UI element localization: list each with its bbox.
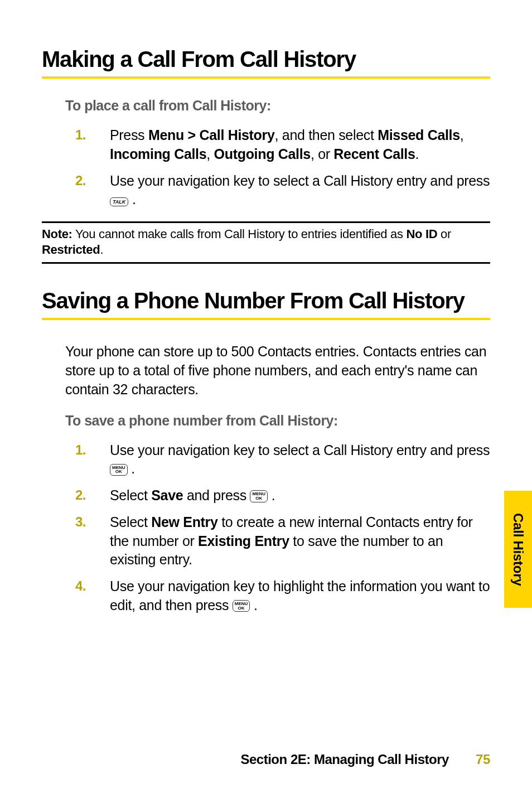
t: OK — [252, 496, 265, 501]
step-3: 3. Select New Entry to create a new inte… — [75, 513, 490, 569]
note-restricted: Restricted — [42, 243, 100, 257]
t: . — [100, 243, 103, 257]
opt-new-entry: New Entry — [151, 514, 217, 530]
t: . — [128, 461, 135, 476]
step-text: Use your navigation key to highlight the… — [110, 578, 490, 613]
t: . — [415, 146, 419, 162]
step-4: 4. Use your navigation key to highlight … — [75, 577, 490, 615]
opt-save: Save — [151, 487, 183, 503]
step-number: 2. — [75, 172, 86, 190]
heading-saving-number: Saving a Phone Number From Call History — [42, 288, 490, 313]
t: OK — [112, 470, 125, 474]
t: Select — [110, 514, 151, 530]
t: Press — [110, 127, 148, 143]
opt-existing-entry: Existing Entry — [198, 533, 289, 549]
steps-save-number: 1. Use your navigation key to select a C… — [42, 441, 490, 615]
step-1: 1. Press Menu > Call History, and then s… — [75, 126, 490, 164]
step-number: 3. — [75, 513, 86, 531]
subhead-save-number: To save a phone number from Call History… — [65, 413, 490, 429]
menu-ok-key-icon: MENUOK — [110, 464, 128, 476]
step-number: 4. — [75, 577, 86, 595]
section-side-tab: Call History — [504, 491, 532, 608]
step-number: 1. — [75, 126, 86, 144]
menu-path: Menu > Call History — [148, 127, 275, 143]
step-1: 1. Use your navigation key to select a C… — [75, 441, 490, 479]
footer-page-number: 75 — [476, 752, 490, 767]
t: Use your navigation key to select a Call… — [110, 173, 490, 188]
menu-ok-key-icon: MENUOK — [250, 490, 268, 502]
t: Use your navigation key to select a Call… — [110, 442, 490, 458]
opt-recent: Recent Calls — [333, 146, 415, 162]
t: Select — [110, 487, 151, 503]
t: and press — [183, 487, 250, 503]
intro-paragraph: Your phone can store up to 500 Contacts … — [65, 342, 490, 399]
t: , and then select — [275, 127, 378, 143]
opt-outgoing: Outgoing Calls — [214, 146, 311, 162]
t: or — [437, 227, 451, 241]
heading-underline — [42, 318, 490, 320]
step-text: Use your navigation key to select a Call… — [110, 173, 490, 207]
note-noid: No ID — [406, 227, 437, 241]
opt-missed: Missed Calls — [378, 127, 460, 143]
t: . — [250, 597, 257, 613]
note-block: Note: You cannot make calls from Call Hi… — [42, 226, 490, 258]
note-rule-bottom — [42, 262, 490, 264]
subhead-place-call: To place a call from Call History: — [65, 98, 490, 114]
t: , — [206, 146, 214, 162]
spacer — [42, 267, 490, 288]
t: Use your navigation key to highlight the… — [110, 578, 490, 613]
page-content: Making a Call From Call History To place… — [0, 0, 532, 615]
t: You cannot make calls from Call History … — [72, 227, 407, 241]
step-2: 2. Select Save and press MENUOK . — [75, 486, 490, 505]
step-2: 2. Use your navigation key to select a C… — [75, 172, 490, 210]
footer-section: Section 2E: Managing Call History — [240, 752, 449, 767]
note-rule-top — [42, 221, 490, 223]
step-text: Select Save and press MENUOK . — [110, 487, 275, 503]
t: . — [128, 191, 136, 207]
step-text: Select New Entry to create a new interna… — [110, 514, 473, 568]
side-tab-label: Call History — [510, 513, 526, 586]
talk-key-icon: TALK — [110, 197, 128, 206]
menu-ok-key-icon: MENUOK — [233, 600, 250, 612]
t: OK — [235, 606, 248, 611]
step-text: Press Menu > Call History, and then sele… — [110, 127, 463, 162]
heading-making-call: Making a Call From Call History — [42, 47, 490, 72]
t: . — [268, 487, 275, 503]
t: , — [460, 127, 464, 143]
t: , or — [311, 146, 333, 162]
step-number: 2. — [75, 486, 86, 504]
heading-underline — [42, 76, 490, 79]
page-footer: Section 2E: Managing Call History 75 — [0, 752, 532, 767]
step-text: Use your navigation key to select a Call… — [110, 442, 490, 477]
steps-place-call: 1. Press Menu > Call History, and then s… — [42, 126, 490, 209]
note-label: Note: — [42, 227, 72, 241]
step-number: 1. — [75, 441, 86, 459]
opt-incoming: Incoming Calls — [110, 146, 206, 162]
